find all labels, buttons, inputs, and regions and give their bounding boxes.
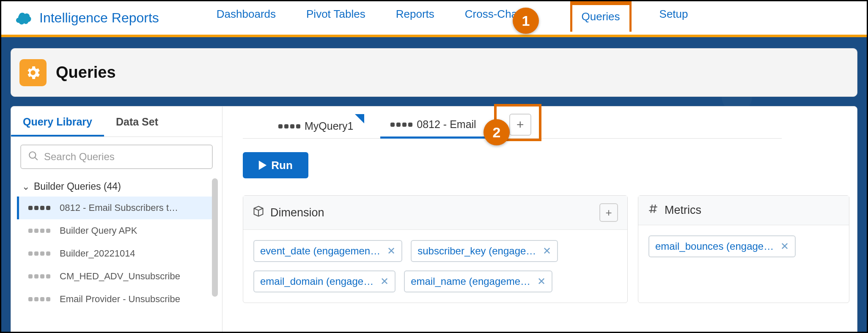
add-dimension-button[interactable]: + [599, 203, 618, 222]
remove-chip-icon[interactable]: ✕ [537, 276, 546, 287]
query-item-label: Builder Query APK [60, 225, 137, 236]
search-queries-input[interactable] [44, 151, 205, 163]
folder-builder-queries[interactable]: ⌄ Builder Queries (44) [17, 177, 216, 197]
app-title: Intelligence Reports [39, 10, 159, 26]
query-item-builder-20221014[interactable]: Builder_20221014 [17, 242, 216, 265]
nav-setup[interactable]: Setup [657, 4, 691, 32]
modified-indicator-icon [355, 114, 364, 123]
grip-icon [390, 123, 412, 127]
query-item-label: Builder_20221014 [60, 248, 135, 259]
sidebar-tab-data-set[interactable]: Data Set [104, 116, 170, 136]
query-item-email-provider-unsubscribe[interactable]: Email Provider - Unsubscribe [17, 288, 216, 311]
query-item-builder-query-apk[interactable]: Builder Query APK [17, 219, 216, 242]
dimension-chip[interactable]: email_domain (engage… ✕ [253, 270, 396, 292]
main-pane: MyQuery1 0812 - Email + Run [222, 106, 857, 333]
sidebar-tab-query-library[interactable]: Query Library [11, 116, 104, 136]
run-button-label: Run [271, 159, 293, 172]
query-tab-myquery1[interactable]: MyQuery1 [268, 115, 363, 138]
query-tree: ⌄ Builder Queries (44) 0812 - Email Subs… [17, 177, 216, 311]
app-logo-group: Intelligence Reports [1, 10, 159, 26]
chevron-down-icon: ⌄ [22, 181, 30, 192]
chip-label: event_date (engagemen… [260, 245, 380, 257]
dimension-chip[interactable]: subscriber_key (engage… ✕ [411, 240, 558, 262]
chip-label: email_bounces (engage… [655, 240, 774, 252]
queries-gear-icon [19, 59, 47, 86]
query-tabstrip: MyQuery1 0812 - Email + [243, 113, 782, 139]
grip-icon [28, 251, 50, 256]
top-nav-list: Dashboards Pivot Tables Reports Cross-Ch… [214, 4, 691, 32]
nav-pivot-tables[interactable]: Pivot Tables [304, 4, 368, 32]
folder-label: Builder Queries (44) [34, 181, 121, 192]
nav-queries[interactable]: Queries [570, 0, 632, 32]
play-icon [258, 161, 267, 170]
metrics-chip[interactable]: email_bounces (engage… ✕ [648, 235, 796, 257]
panels-row: Dimension + event_date (engagemen… ✕ sub… [243, 195, 849, 303]
search-icon [28, 150, 39, 163]
dimension-chip-list: event_date (engagemen… ✕ subscriber_key … [243, 230, 627, 303]
query-item-label: Email Provider - Unsubscribe [60, 294, 180, 305]
svg-line-4 [651, 205, 652, 213]
chip-label: email_name (engageme… [411, 276, 530, 287]
page-header: Queries [11, 48, 857, 97]
svg-point-0 [29, 152, 36, 158]
metrics-title: Metrics [665, 204, 701, 217]
remove-chip-icon[interactable]: ✕ [387, 245, 396, 257]
page-title: Queries [56, 63, 116, 82]
remove-chip-icon[interactable]: ✕ [543, 245, 551, 257]
svg-line-1 [35, 157, 38, 160]
cube-icon [253, 205, 264, 220]
query-tab-0812-email[interactable]: 0812 - Email [380, 113, 486, 139]
page-body: Queries Query Library Data Set ⌄ [1, 37, 867, 333]
dimension-chip[interactable]: email_name (engageme… ✕ [404, 270, 552, 292]
dimension-title: Dimension [270, 206, 324, 219]
search-queries-box[interactable] [20, 145, 213, 169]
remove-chip-icon[interactable]: ✕ [380, 276, 389, 287]
plus-icon: + [605, 206, 612, 219]
salesforce-cloud-icon [13, 11, 33, 25]
chip-label: subscriber_key (engage… [418, 245, 536, 257]
metrics-chip-list: email_bounces (engage… ✕ [638, 225, 849, 267]
grip-icon [28, 229, 50, 233]
add-query-tab-button[interactable]: + [509, 114, 531, 136]
nav-dashboards[interactable]: Dashboards [214, 4, 278, 32]
sidebar-tabs: Query Library Data Set [11, 106, 222, 137]
query-item-0812-email-subscribers[interactable]: 0812 - Email Subscribers t… [17, 197, 216, 219]
remove-chip-icon[interactable]: ✕ [780, 240, 789, 252]
sidebar: Query Library Data Set ⌄ Builder Queries… [11, 106, 222, 333]
workspace: Query Library Data Set ⌄ Builder Queries… [11, 106, 857, 333]
svg-line-5 [654, 205, 655, 213]
query-tab-label: MyQuery1 [305, 120, 353, 132]
grip-icon [28, 274, 50, 278]
tree-scrollbar[interactable] [212, 178, 218, 297]
nav-reports[interactable]: Reports [393, 4, 437, 32]
metrics-panel: Metrics email_bounces (engage… ✕ [638, 195, 849, 303]
top-nav: Intelligence Reports Dashboards Pivot Ta… [1, 1, 867, 37]
grip-icon [28, 297, 50, 301]
annotation-step-1: 1 [513, 8, 539, 34]
query-tab-label: 0812 - Email [417, 118, 476, 131]
hash-icon [648, 203, 659, 217]
annotation-step-2: 2 [483, 119, 510, 145]
dimension-panel: Dimension + event_date (engagemen… ✕ sub… [243, 195, 628, 303]
plus-icon: + [516, 117, 524, 132]
chip-label: email_domain (engage… [260, 276, 374, 287]
query-item-label: CM_HED_ADV_Unsubscribe [60, 271, 180, 282]
query-item-cm-hed-adv-unsubscribe[interactable]: CM_HED_ADV_Unsubscribe [17, 265, 216, 288]
query-item-label: 0812 - Email Subscribers t… [60, 202, 178, 213]
dimension-chip[interactable]: event_date (engagemen… ✕ [253, 240, 402, 262]
grip-icon [278, 124, 300, 128]
run-button[interactable]: Run [243, 152, 308, 178]
grip-icon [28, 206, 50, 210]
